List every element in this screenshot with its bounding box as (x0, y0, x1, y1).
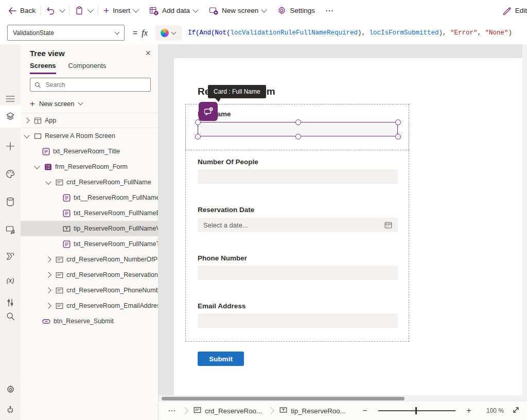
power-automate-icon[interactable] (0, 247, 21, 266)
paste-button[interactable] (75, 3, 83, 19)
agent-robot-icon[interactable] (0, 400, 21, 419)
chevron-right-icon[interactable] (45, 287, 51, 293)
screen-icon (34, 132, 42, 140)
chevron-down-icon[interactable] (24, 132, 29, 138)
text-label-icon (42, 148, 50, 155)
selection-handle[interactable] (295, 119, 301, 125)
property-selector[interactable]: ValidationState (7, 25, 125, 41)
tree-item-card-numberofpeople[interactable]: crd_ReserveRoom_NumberOfPeople (21, 252, 158, 267)
app-artboard[interactable]: Reserve A Room Card : Full Name Full Nam… (174, 58, 522, 395)
insert-button[interactable]: + Insert (103, 3, 138, 19)
back-button[interactable]: Back (8, 3, 36, 19)
add-data-icon (149, 6, 159, 15)
breadcrumb-label: tip_ReserveRoo... (291, 407, 346, 415)
formula-input[interactable]: If(And(Not(locValidationRuleFullNameRequ… (188, 29, 512, 37)
formula-token: locValidationRuleFullNameRequired (230, 29, 358, 37)
breadcrumb-more-button[interactable]: ⋯ (168, 406, 176, 415)
tree-item-card-emailaddress[interactable]: crd_ReserveRoom_EmailAddress (21, 298, 158, 313)
submit-button[interactable]: Submit (198, 352, 244, 366)
tree-item-card-reservationdate[interactable]: crd_ReserveRoom_ReservationDate (21, 267, 158, 283)
tree-item-tip-value[interactable]: tip_ReserveRoom_FullNameValue (21, 221, 158, 236)
tree-item-label: frm_ReserveRoom_Form (55, 163, 128, 170)
chevron-down-icon[interactable] (45, 179, 51, 184)
zoom-in-icon[interactable]: + (463, 406, 475, 415)
zoom-slider-thumb[interactable] (415, 407, 417, 414)
field-label-phonenumber: Phone Number (198, 254, 247, 262)
formula-token: "Error" (450, 29, 478, 37)
undo-dropdown-button[interactable] (60, 3, 64, 19)
settings-button[interactable]: Settings (277, 3, 315, 19)
insert-plus-icon[interactable] (0, 137, 21, 155)
add-data-label: Add data (162, 7, 190, 14)
tree-item-card-fullname[interactable]: crd_ReserveRoom_FullName (21, 174, 158, 190)
search-input[interactable] (44, 81, 146, 89)
horizontal-scrollbar[interactable] (159, 395, 527, 401)
tree-item-txt-required[interactable]: txt__ReserveRoom_FullNameRequ (21, 190, 158, 205)
field-label-emailaddress: Email Address (198, 302, 245, 310)
tree-item-label: crd_ReserveRoom_ReservationDate (66, 271, 158, 278)
breadcrumb-textinput[interactable]: tip_ReserveRoo... (279, 406, 346, 415)
emailaddress-input[interactable] (198, 313, 398, 328)
chevron-down-icon (133, 7, 138, 12)
breadcrumb-label: crd_ReserveRoo... (205, 407, 262, 415)
tab-components[interactable]: Components (68, 62, 107, 74)
tree-item-submit-button[interactable]: btn_Reserve_Submit (21, 313, 158, 329)
chevron-down-icon (171, 29, 177, 34)
breadcrumb-card[interactable]: crd_ReserveRoo... (194, 406, 262, 415)
command-bar: Back + Insert Add data New screen (0, 0, 527, 22)
new-screen-tree-button[interactable]: + New screen (30, 97, 82, 110)
calendar-icon[interactable] (384, 221, 392, 229)
numberofpeople-input[interactable] (198, 169, 398, 184)
selection-handle[interactable] (395, 119, 401, 125)
selection-handle[interactable] (195, 134, 201, 139)
tree-item-label: tip_ReserveRoom_FullNameValue (74, 225, 158, 232)
property-selector-value: ValidationState (13, 29, 54, 37)
chevron-right-icon[interactable] (45, 272, 51, 277)
undo-button[interactable] (46, 3, 55, 19)
phonenumber-input[interactable] (198, 266, 398, 280)
new-screen-button[interactable]: New screen (209, 3, 266, 19)
chevron-right-icon[interactable] (24, 117, 29, 123)
chevron-down-icon (115, 29, 120, 34)
tree-item-txt-title[interactable]: txt_ReserveRoom_Title (21, 144, 158, 159)
tree-view-icon[interactable] (0, 105, 21, 128)
theme-palette-icon[interactable] (0, 165, 21, 183)
tree-item-card-phonenumber[interactable]: crd_ReserveRoom_PhoneNumber (21, 283, 158, 298)
tree-item-app[interactable]: App (21, 113, 158, 128)
status-bar: ⋯ crd_ReserveRoo... tip_ReserveRoo... − … (159, 401, 527, 420)
canvas-region: Reserve A Room Card : Full Name Full Nam… (159, 44, 527, 401)
formula-token: If(And(Not( (188, 29, 231, 37)
chevron-down-icon[interactable] (34, 163, 40, 169)
selection-handle[interactable] (395, 134, 401, 139)
fit-to-window-icon[interactable] (512, 406, 520, 415)
selection-handle[interactable] (295, 134, 301, 139)
vertical-scrollbar[interactable] (522, 44, 527, 401)
settings-gear-icon[interactable] (0, 380, 21, 398)
edit-button[interactable]: Edit (502, 3, 527, 19)
tab-screens[interactable]: Screens (30, 62, 56, 74)
tree-item-screen[interactable]: Reserve A Room Screen (21, 128, 158, 144)
add-comment-badge[interactable] (199, 102, 218, 121)
search-icon[interactable] (0, 307, 21, 325)
variables-icon[interactable]: (x) (0, 271, 21, 289)
data-icon[interactable] (0, 192, 21, 211)
paste-dropdown-button[interactable] (89, 3, 93, 19)
close-icon[interactable]: × (145, 48, 151, 58)
card-icon (56, 287, 63, 294)
reservationdate-input[interactable]: Select a date... (198, 218, 398, 232)
chevron-right-icon[interactable] (45, 256, 51, 262)
tree-item-form[interactable]: frm_ReserveRoom_Form (21, 159, 158, 174)
zoom-slider[interactable] (378, 410, 455, 411)
scrollbar-thumb[interactable] (162, 397, 405, 400)
tree-item-txt-fullname-title[interactable]: txt_ReserveRoom_FullNameTitle (21, 236, 158, 252)
more-commands-button[interactable]: ⋯ (325, 3, 334, 19)
formula-token: ) (508, 29, 513, 37)
chevron-right-icon[interactable] (45, 303, 51, 308)
tree-item-label: txt_ReserveRoom_FullNameTitle (74, 240, 158, 248)
add-data-button[interactable]: Add data (149, 3, 198, 19)
tree-item-txt-error[interactable]: txt_ReserveRoom_FullNameErrorI (21, 205, 158, 221)
copilot-formula-button[interactable] (155, 25, 182, 41)
breadcrumb-separator-icon (181, 407, 188, 414)
zoom-out-icon[interactable]: − (359, 406, 371, 415)
media-icon[interactable] (0, 220, 21, 239)
